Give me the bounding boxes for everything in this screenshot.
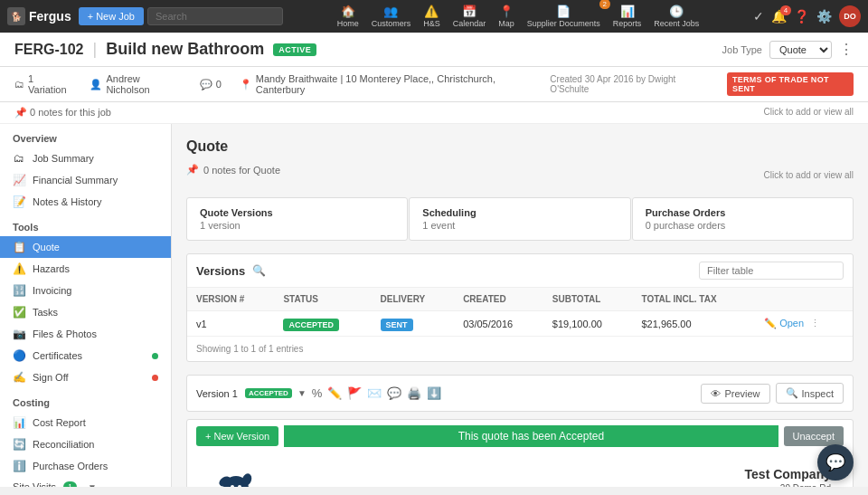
col-total: TOTAL INCL. TAX [632, 288, 755, 311]
add-version-button[interactable]: + New Version [196, 426, 278, 446]
edit-icon[interactable]: ✏️ [327, 386, 342, 400]
checkmark-button[interactable]: ✓ [753, 9, 764, 24]
nav-calendar-label: Calendar [453, 19, 486, 28]
open-link[interactable]: ✏️ Open [764, 318, 804, 328]
chat-icon[interactable]: 💬 [387, 386, 401, 400]
inspect-icon: 🔍 [786, 387, 798, 399]
financial-summary-icon: 📈 [13, 174, 25, 186]
sidebar-purchase-orders-label: Purchase Orders [33, 461, 108, 471]
filter-input[interactable] [699, 262, 844, 280]
version-actions-bar: Version 1 ACCEPTED ▼ % ✏️ 🚩 ✉️ 💬 🖨️ ⬇️ 👁… [186, 375, 854, 412]
meta-variations-value: 1 Variation [28, 73, 71, 95]
nav-home[interactable]: 🏠 Home [332, 3, 364, 30]
nav-recent-jobs[interactable]: 🕒 Recent Jobs [648, 3, 704, 30]
sidebar-item-tasks[interactable]: ✅ Tasks [0, 301, 171, 323]
terms-badge[interactable]: TERMS OF TRADE NOT SENT [727, 72, 854, 96]
quote-notes-view-all[interactable]: Click to add or view all [764, 170, 854, 180]
search-input[interactable] [147, 7, 283, 25]
sidebar-hazards-label: Hazards [33, 263, 70, 274]
help-button[interactable]: ❓ [794, 9, 809, 24]
nav-items: 🏠 Home 👥 Customers ⚠️ H&S 📅 Calendar 📍 M… [287, 3, 750, 30]
cost-report-icon: 📊 [13, 416, 25, 429]
site-visits-badge: 1 [63, 481, 77, 487]
nav-supplier-docs[interactable]: 📄 Supplier Documents 2 [522, 3, 606, 30]
supplier-docs-icon: 📄 [556, 5, 571, 18]
site-visits-row[interactable]: Site Visits 1 ▼ [0, 477, 171, 487]
chat-bubble-button[interactable]: 💬 [817, 444, 854, 481]
sidebar-item-sign-off[interactable]: ✍️ Sign Off [0, 366, 171, 388]
col-delivery: DELIVERY [372, 288, 455, 311]
percentage-icon[interactable]: % [312, 386, 323, 400]
versions-table: VERSION # STATUS DELIVERY CREATED SUBTOT… [187, 288, 853, 337]
cards-row: Quote Versions 1 version Scheduling 1 ev… [186, 197, 854, 241]
card-purchase-orders-title: Purchase Orders [646, 207, 840, 218]
meta-comments[interactable]: 💬 0 [200, 79, 222, 90]
card-scheduling-sub: 1 event [422, 220, 617, 231]
col-subtotal: SUBTOTAL [543, 288, 633, 311]
sidebar-item-files-photos[interactable]: 📷 Files & Photos [0, 323, 171, 345]
quote-icon: 📋 [13, 241, 25, 253]
sidebar-sign-off-label: Sign Off [33, 372, 69, 383]
meta-assignee[interactable]: 👤 Andrew Nicholson [90, 73, 181, 95]
section-title: Quote [186, 138, 854, 155]
supplier-docs-badge: 2 [599, 0, 610, 9]
sidebar-item-reconciliation[interactable]: 🔄 Reconciliation [0, 433, 171, 455]
assignee-icon: 👤 [90, 79, 102, 90]
meta-assignee-value: Andrew Nicholson [106, 73, 181, 95]
sidebar: Overview 🗂 Job Summary 📈 Financial Summa… [0, 124, 172, 487]
sidebar-item-quote[interactable]: 📋 Quote [0, 236, 171, 258]
print-icon[interactable]: 🖨️ [407, 386, 421, 400]
sidebar-overview-title: Overview [0, 124, 171, 148]
settings-button[interactable]: ⚙️ [816, 9, 832, 24]
download-icon[interactable]: ⬇️ [427, 386, 441, 400]
unaccept-button[interactable]: Unaccept [784, 426, 844, 446]
sidebar-item-job-summary[interactable]: 🗂 Job Summary [0, 148, 171, 169]
meta-customer[interactable]: 📍 Mandy Braithwaite | 10 Monterey Place,… [240, 73, 533, 95]
sidebar-item-purchase-orders[interactable]: ℹ️ Purchase Orders [0, 455, 171, 477]
sidebar-item-hazards[interactable]: ⚠️ Hazards [0, 258, 171, 280]
sidebar-item-financial-summary[interactable]: 📈 Financial Summary [0, 169, 171, 191]
nav-customers[interactable]: 👥 Customers [366, 3, 417, 30]
job-type-label: Job Type [722, 44, 762, 55]
calendar-icon: 📅 [462, 5, 476, 18]
sidebar-invoicing-label: Invoicing [33, 285, 71, 296]
card-quote-versions-sub: 1 version [200, 220, 394, 231]
reports-icon: 📊 [620, 5, 635, 18]
nav-has[interactable]: ⚠️ H&S [418, 3, 446, 30]
sidebar-item-invoicing[interactable]: 🔢 Invoicing [0, 280, 171, 301]
top-navigation: 🐕 Fergus + New Job 🏠 Home 👥 Customers ⚠️… [0, 0, 868, 33]
notes-count: 📌 0 notes for this job [14, 107, 111, 119]
hazards-icon: ⚠️ [13, 262, 25, 275]
col-version: VERSION # [187, 288, 274, 311]
flag-icon[interactable]: 🚩 [347, 386, 362, 400]
preview-button[interactable]: 👁 Preview [701, 384, 769, 404]
meta-created: Created 30 Apr 2016 by Dwight O'Schulte [550, 74, 709, 94]
sidebar-item-notes-history[interactable]: 📝 Notes & History [0, 191, 171, 213]
notifications-button[interactable]: 🔔 4 [771, 9, 787, 24]
brand-logo[interactable]: 🐕 Fergus [7, 7, 71, 25]
sidebar-reconciliation-label: Reconciliation [33, 439, 94, 450]
new-job-button[interactable]: + New Job [79, 7, 144, 25]
sidebar-item-cost-report[interactable]: 📊 Cost Report [0, 412, 171, 433]
sidebar-job-summary-label: Job Summary [33, 153, 94, 164]
notes-bar: 📌 0 notes for this job Click to add or v… [0, 102, 868, 124]
notes-history-icon: 📝 [13, 195, 25, 208]
meta-variations[interactable]: 🗂 1 Variation [14, 73, 71, 95]
more-options-button[interactable]: ⋮ [839, 41, 854, 58]
version-dropdown-arrow[interactable]: ▼ [297, 388, 307, 398]
job-type-select[interactable]: Quote Invoice [769, 41, 832, 59]
chat-icon: 💬 [826, 452, 845, 472]
email-icon[interactable]: ✉️ [367, 386, 382, 400]
inspect-button[interactable]: 🔍 Inspect [776, 383, 844, 404]
card-purchase-orders: Purchase Orders 0 purchase orders [632, 197, 854, 241]
nav-reports[interactable]: 📊 Reports [608, 3, 647, 30]
meta-comments-value: 0 [216, 79, 222, 90]
card-purchase-orders-sub: 0 purchase orders [646, 220, 840, 231]
cell-total: $21,965.00 [632, 311, 755, 337]
nav-map[interactable]: 📍 Map [493, 3, 520, 30]
row-more-button[interactable]: ⋮ [810, 318, 820, 328]
notes-view-all[interactable]: Click to add or view all [764, 107, 854, 119]
sidebar-item-certificates[interactable]: 🔵 Certificates [0, 345, 171, 366]
nav-calendar[interactable]: 📅 Calendar [448, 3, 492, 30]
user-avatar[interactable]: DO [839, 5, 861, 27]
